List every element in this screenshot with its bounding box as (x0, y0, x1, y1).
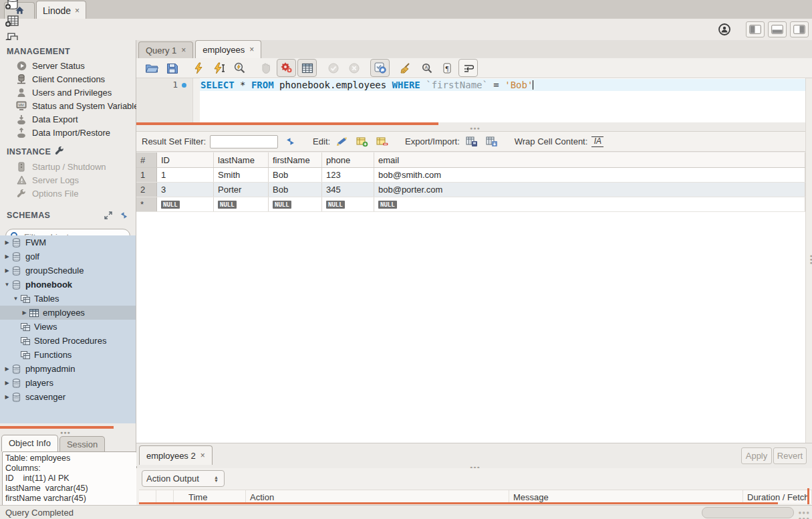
grid-new-row[interactable]: *NULLNULLNULLNULLNULL (136, 197, 805, 212)
grid-cell[interactable]: 1 (157, 168, 214, 182)
sidebar-item-data-export[interactable]: Data Export (0, 112, 136, 126)
column-header-phone[interactable]: phone (322, 152, 374, 167)
grid-cell[interactable]: NULL (374, 197, 805, 211)
tree-item-players[interactable]: ▶players (0, 376, 136, 390)
apply-button[interactable]: Apply (741, 447, 772, 464)
column-header-id[interactable]: ID (157, 152, 214, 167)
tree-item-phonebook[interactable]: ▼phonebook (0, 278, 136, 292)
tree-item-phpmyadmin[interactable]: ▶phpmyadmin (0, 362, 136, 376)
tab-object-info[interactable]: Object Info (1, 435, 58, 451)
expand-schemas-icon[interactable] (102, 207, 115, 224)
close-icon[interactable]: × (249, 45, 254, 54)
sidebar-item-server-status[interactable]: Server Status (0, 59, 136, 72)
autocommit-icon[interactable] (370, 59, 390, 77)
limit-rows-icon[interactable] (297, 59, 317, 77)
expander-icon[interactable]: ▶ (3, 253, 11, 260)
horizontal-scrollbar[interactable] (702, 507, 794, 518)
revert-button[interactable]: Revert (773, 447, 807, 464)
expander-icon[interactable]: ▶ (3, 268, 11, 274)
execute-icon[interactable] (188, 59, 208, 77)
editor-tab-employees[interactable]: employees× (195, 40, 261, 58)
expander-icon[interactable]: ▶ (21, 310, 28, 316)
invisibles-icon[interactable]: ¶ (438, 59, 457, 77)
delete-row-icon[interactable] (374, 134, 390, 149)
panel-bottom-toggle[interactable] (768, 21, 787, 37)
grid-cell[interactable]: Bob (269, 183, 322, 197)
beautify-icon[interactable] (396, 59, 416, 77)
explain-icon[interactable] (230, 59, 249, 77)
export-recordset-icon[interactable] (464, 134, 480, 149)
panel-right-toggle[interactable] (790, 21, 809, 37)
tree-item-functions[interactable]: Functions (0, 348, 136, 362)
grid-cell[interactable]: 123 (322, 168, 374, 182)
stop-on-error-icon[interactable] (277, 59, 296, 77)
save-icon[interactable] (162, 59, 182, 77)
tree-item-stored-procedures[interactable]: Stored Procedures (0, 334, 136, 348)
result-filter-input[interactable] (210, 135, 278, 148)
grid-cell[interactable]: NULL (214, 197, 269, 211)
sidebar-item-data-import-restore[interactable]: Data Import/Restore (0, 126, 136, 139)
open-file-icon[interactable] (142, 59, 161, 77)
stop-icon[interactable] (256, 59, 275, 77)
grid-cell[interactable]: NULL (157, 197, 214, 211)
result-grid[interactable]: #IDlastNamefirstNamephoneemail11SmithBob… (136, 152, 806, 443)
resize-grip[interactable]: ●●●●●● (799, 510, 811, 519)
tab-session[interactable]: Session (59, 436, 105, 451)
column-header-firstname[interactable]: firstName (269, 152, 322, 167)
panel-left-toggle[interactable] (746, 21, 765, 37)
sidebar-item-status-and-system-variables[interactable]: MMStatus and System Variables (0, 99, 136, 112)
grid-cell[interactable]: Smith (214, 168, 269, 182)
tree-item-fwm[interactable]: ▶FWM (0, 235, 136, 249)
user-circle-icon[interactable] (714, 21, 734, 38)
commit-icon[interactable] (323, 59, 343, 77)
sidebar-item-client-connections[interactable]: Client Connections (0, 72, 136, 86)
right-panel-splitter[interactable]: ●●● (809, 255, 812, 266)
grid-cell[interactable]: 3 (157, 183, 214, 197)
sql-statement[interactable]: SELECT * FROM phonebook.employees WHERE … (200, 79, 533, 91)
close-icon[interactable]: × (75, 6, 80, 15)
grid-row[interactable]: 23PorterBob345bob@porter.com (136, 183, 805, 197)
grid-cell[interactable]: 345 (322, 183, 374, 197)
import-records-icon[interactable] (484, 134, 500, 149)
wrap-text-icon[interactable] (458, 59, 478, 77)
grid-cell[interactable]: NULL (322, 197, 374, 211)
grid-cell[interactable]: bob@smith.com (374, 168, 805, 182)
refresh-results-icon[interactable] (282, 134, 298, 149)
grid-row[interactable]: 11SmithBob123bob@smith.com (136, 168, 805, 183)
insert-row-icon[interactable] (354, 134, 370, 149)
sidebar-item-users-and-privileges[interactable]: Users and Privileges (0, 86, 136, 99)
expander-icon[interactable]: ▼ (12, 296, 19, 302)
rollback-icon[interactable] (344, 59, 364, 77)
tree-item-groupschedule[interactable]: ▶groupSchedule (0, 264, 136, 278)
sidebar-item-options-file[interactable]: Options File (0, 187, 136, 200)
grid-cell[interactable]: bob@porter.com (374, 183, 805, 197)
column-header-rownum[interactable]: # (136, 152, 157, 167)
wrap-cell-content-icon[interactable]: IA (591, 136, 603, 147)
expander-icon[interactable]: ▶ (3, 394, 11, 400)
tree-item-scavenger[interactable]: ▶scavenger (0, 390, 136, 404)
sidebar-item-startup-shutdown[interactable]: Startup / Shutdown (0, 160, 136, 173)
execute-current-icon[interactable] (209, 59, 229, 77)
editor-result-splitter[interactable]: ●●● (470, 126, 481, 130)
sql-editor[interactable]: 1 SELECT * FROM phonebook.employees WHER… (136, 78, 812, 122)
close-icon[interactable]: × (200, 451, 205, 460)
expander-icon[interactable]: ▶ (3, 239, 11, 245)
output-selector[interactable]: Action Output ▲▼ (142, 470, 225, 487)
refresh-schemas-icon[interactable] (117, 207, 130, 224)
editor-tab-query-1[interactable]: Query 1× (138, 41, 193, 58)
connection-tab[interactable]: Linode × (36, 1, 86, 19)
expander-icon[interactable]: ▶ (3, 366, 11, 372)
edit-record-icon[interactable] (334, 134, 350, 149)
expander-icon[interactable]: ▶ (3, 380, 11, 386)
expander-icon[interactable]: ▼ (3, 282, 11, 288)
find-icon[interactable]: A (417, 59, 436, 77)
close-icon[interactable]: × (181, 45, 186, 55)
tree-item-golf[interactable]: ▶golf (0, 249, 136, 264)
grid-cell[interactable]: NULL (269, 197, 322, 211)
grid-cell[interactable]: Porter (214, 183, 269, 197)
sidebar-splitter[interactable]: ●●● (60, 430, 71, 435)
column-header-lastname[interactable]: lastName (214, 152, 269, 167)
create-table-icon[interactable] (2, 12, 22, 29)
tree-item-tables[interactable]: ▼Tables (0, 292, 136, 306)
sidebar-item-server-logs[interactable]: Server Logs (0, 173, 136, 187)
